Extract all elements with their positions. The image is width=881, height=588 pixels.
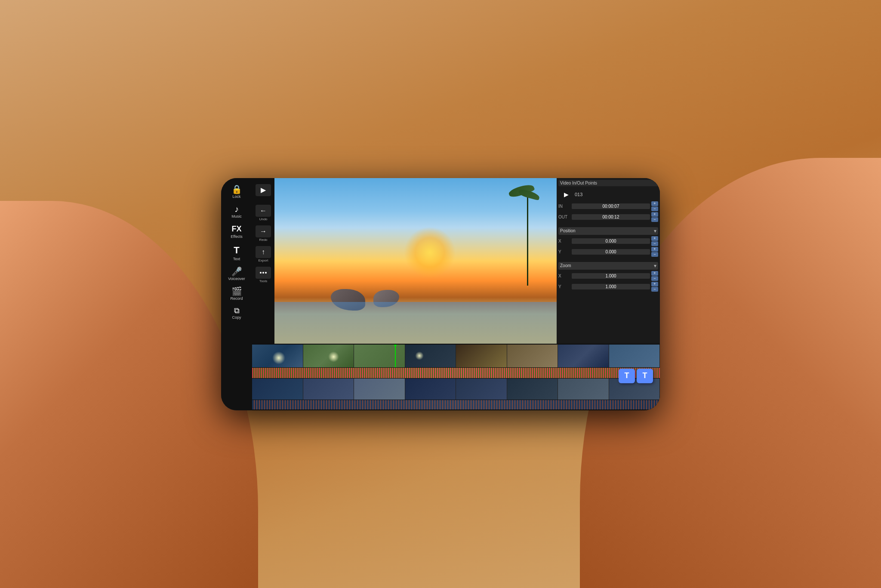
- play-row: ▶ 013: [558, 188, 658, 201]
- zoom-header: Zoom ▾: [558, 262, 658, 270]
- zoomy-minus[interactable]: −: [651, 287, 658, 292]
- timeline-area: T T: [252, 344, 660, 410]
- toolbar-copy[interactable]: ⧉ Copy: [223, 304, 250, 322]
- in-plusminus: + −: [651, 201, 658, 211]
- effects-icon: FX: [231, 225, 241, 234]
- out-plus[interactable]: +: [651, 212, 658, 217]
- left-toolbar: 🔒 Lock ♪ Music FX Effects T Text 🎤 Voice…: [221, 178, 252, 410]
- thumb-1: [252, 345, 303, 368]
- dots-decoration: [260, 272, 267, 274]
- tools-label: Tools: [259, 279, 268, 283]
- track-second-waveform: [252, 400, 660, 409]
- tt-button-1[interactable]: T: [619, 369, 635, 383]
- position-y-row: Y 0.000 + −: [558, 247, 658, 257]
- in-plus[interactable]: +: [651, 201, 658, 206]
- posy-plus[interactable]: +: [651, 247, 658, 252]
- flare-1: [272, 351, 285, 364]
- toolbar-voiceover[interactable]: 🎤 Voiceover: [223, 265, 250, 283]
- toolbar-effects[interactable]: FX Effects: [223, 222, 250, 241]
- copy-label: Copy: [232, 315, 241, 320]
- toolbar-music[interactable]: ♪ Music: [223, 202, 250, 221]
- sidenav-redo[interactable]: → Redo: [254, 224, 273, 243]
- zoomx-plus[interactable]: +: [651, 271, 658, 276]
- pos-y-label: Y: [558, 249, 570, 254]
- flare-3: [415, 351, 424, 360]
- position-title: Position: [560, 228, 576, 233]
- position-header: Position ▾: [558, 227, 658, 235]
- out-label: OUT: [558, 215, 570, 219]
- toolbar-record[interactable]: 🎬 Record: [223, 284, 250, 303]
- effects-label: Effects: [231, 234, 242, 239]
- undo-icon[interactable]: ←: [256, 205, 271, 217]
- text-icon: T: [234, 245, 239, 256]
- out-value: 00:00:12: [572, 214, 650, 220]
- posx-minus[interactable]: −: [651, 241, 658, 246]
- zoom-x-label: X: [558, 274, 570, 278]
- toolbar-text[interactable]: T Text: [223, 242, 250, 264]
- inout-title: Video In/Out Points: [558, 180, 658, 186]
- in-label: IN: [558, 204, 570, 209]
- out-point-row: OUT 00:00:12 + −: [558, 212, 658, 222]
- in-minus[interactable]: −: [651, 206, 658, 211]
- track-second-video: [252, 379, 660, 400]
- zoom-dropdown[interactable]: ▾: [654, 263, 656, 269]
- right-panel: Video In/Out Points ▶ 013 IN 00:00:07 + …: [557, 178, 660, 344]
- zoomy-plus[interactable]: +: [651, 282, 658, 286]
- thumb-8: [609, 345, 660, 368]
- thumb-5: [456, 345, 507, 368]
- flare-2: [328, 351, 339, 362]
- redo-label: Redo: [259, 238, 267, 242]
- side-nav: ▶ ← Undo → Redo ↑ Export: [252, 178, 274, 344]
- pos-x-value: 0.000: [572, 238, 650, 244]
- audio2-waveform: [252, 400, 660, 409]
- second-thumb-3: [354, 379, 405, 400]
- thumb-4: [405, 345, 456, 368]
- frame-counter: 013: [575, 192, 582, 197]
- out-plusminus: + −: [651, 212, 658, 222]
- play-button[interactable]: ▶: [561, 189, 571, 200]
- playhead: [395, 345, 396, 368]
- play-icon[interactable]: ▶: [256, 184, 271, 196]
- posy-minus[interactable]: −: [651, 252, 658, 257]
- thumb-3: [354, 345, 405, 368]
- record-icon: 🎬: [231, 287, 242, 296]
- sidenav-export[interactable]: ↑ Export: [254, 244, 273, 264]
- phone-device: 🔒 Lock ♪ Music FX Effects T Text 🎤 Voice…: [221, 178, 660, 410]
- export-icon[interactable]: ↑: [256, 246, 271, 258]
- second-thumb-1: [252, 379, 303, 400]
- posy-plusminus: + −: [651, 247, 658, 257]
- music-icon: ♪: [234, 205, 239, 213]
- music-label: Music: [231, 214, 242, 219]
- thumb-6: [507, 345, 558, 368]
- posx-plusminus: + −: [651, 236, 658, 246]
- record-label: Record: [230, 296, 243, 301]
- track-main-thumbnails: [252, 345, 660, 368]
- redo-icon[interactable]: →: [256, 225, 271, 237]
- lock-icon: 🔒: [231, 185, 242, 194]
- sidenav-undo[interactable]: ← Undo: [254, 203, 273, 223]
- posx-plus[interactable]: +: [651, 236, 658, 241]
- zoom-y-label: Y: [558, 284, 570, 289]
- second-thumb-4: [405, 379, 456, 400]
- position-dropdown[interactable]: ▾: [654, 228, 656, 234]
- sidenav-tools[interactable]: Tools: [254, 265, 273, 285]
- in-point-row: IN 00:00:07 + −: [558, 201, 658, 211]
- second-thumb-2: [303, 379, 354, 400]
- sidenav-play[interactable]: ▶: [254, 182, 273, 198]
- track-main-waveform: [252, 368, 660, 378]
- main-content: ▶ ← Undo → Redo ↑ Export: [252, 178, 660, 410]
- undo-label: Undo: [259, 217, 267, 221]
- zoom-title: Zoom: [560, 263, 571, 268]
- pos-x-label: X: [558, 239, 570, 243]
- zoom-y-value: 1.000: [572, 284, 650, 289]
- zoomx-minus[interactable]: −: [651, 276, 658, 281]
- export-label: Export: [258, 259, 268, 262]
- zoomy-plusminus: + −: [651, 282, 658, 292]
- thumb-2: [303, 345, 354, 368]
- toolbar-lock[interactable]: 🔒 Lock: [223, 182, 250, 201]
- lock-label: Lock: [232, 194, 240, 199]
- tools-icon[interactable]: [256, 267, 271, 279]
- preview-area: ▶ ← Undo → Redo ↑ Export: [252, 178, 660, 344]
- out-minus[interactable]: −: [651, 217, 658, 222]
- tt-button-2[interactable]: T: [637, 369, 653, 383]
